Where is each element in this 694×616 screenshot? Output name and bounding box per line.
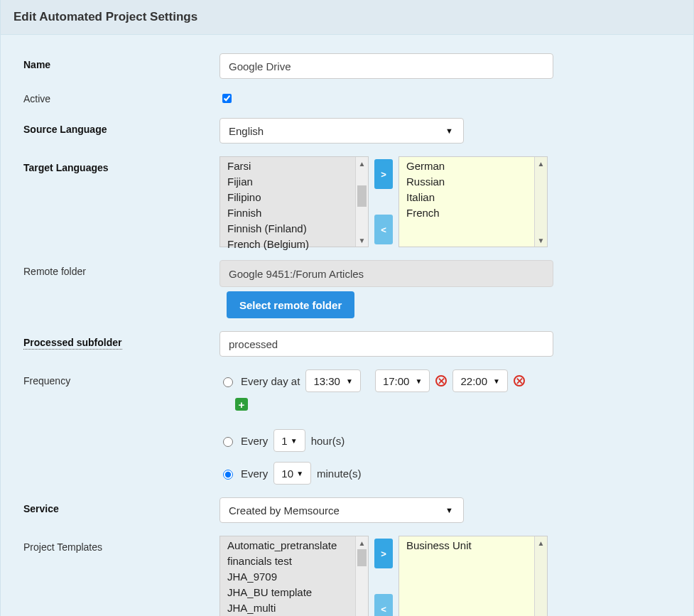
remove-time-icon[interactable]: ✕ (514, 375, 525, 387)
active-checkbox[interactable] (222, 94, 232, 103)
select-remote-folder-button[interactable]: Select remote folder (227, 291, 354, 318)
list-item[interactable]: French (399, 205, 547, 221)
list-item[interactable]: Automatic_pretranslate (220, 538, 368, 553)
project-templates-selected[interactable]: Business Unit ▲ ▼ (398, 536, 548, 616)
settings-panel: Edit Automated Project Settings Name Act… (0, 0, 694, 616)
source-language-value: English (229, 125, 264, 137)
chevron-down-icon: ▼ (296, 470, 303, 477)
row-processed-subfolder: Processed subfolder (23, 331, 681, 357)
label-name: Name (23, 53, 219, 70)
scroll-down-icon[interactable]: ▼ (356, 234, 368, 247)
chevron-down-icon: ▼ (493, 377, 500, 385)
form-body: Name Active Source Language English ▼ (1, 35, 693, 616)
list-item[interactable]: JHA_9709 (220, 569, 368, 585)
target-languages-available[interactable]: Farsi Fijian Filipino Finnish Finnish (F… (219, 156, 369, 247)
scrollbar[interactable]: ▲ ▼ (534, 536, 547, 616)
dual-list-buttons: > < (374, 536, 393, 616)
row-target-languages: Target Languages Farsi Fijian Filipino F… (23, 156, 681, 247)
scroll-down-icon[interactable]: ▼ (535, 234, 547, 247)
row-frequency: Frequency Every day at 13:30 ▼ 17:00 ▼ ✕ (23, 369, 681, 485)
list-item[interactable]: financials test (220, 553, 368, 569)
label-target-languages: Target Languages (23, 156, 219, 173)
project-templates-dual-list: Automatic_pretranslate financials test J… (219, 536, 548, 616)
frequency-daily-label: Every day at (241, 375, 300, 387)
name-input[interactable] (219, 53, 553, 79)
row-active: Active (23, 92, 681, 105)
list-item[interactable]: Business Unit (399, 538, 547, 553)
label-service: Service (23, 497, 219, 514)
dual-list-buttons: > < (374, 156, 393, 247)
hours-suffix: hour(s) (311, 435, 345, 447)
row-service: Service Created by Memsource ▼ (23, 497, 681, 523)
move-right-button[interactable]: > (374, 539, 393, 568)
list-item[interactable]: JHA_multi (220, 600, 368, 616)
row-source-language: Source Language English ▼ (23, 118, 681, 144)
label-frequency: Frequency (23, 369, 219, 387)
frequency-hours-radio[interactable] (223, 437, 233, 447)
chevron-down-icon: ▼ (445, 506, 453, 514)
service-select[interactable]: Created by Memsource ▼ (219, 497, 464, 523)
list-item[interactable]: German (399, 158, 547, 174)
scrollbar[interactable]: ▲ ▼ (355, 157, 368, 247)
chevron-down-icon: ▼ (445, 126, 453, 135)
time-select-2[interactable]: 17:00 ▼ (375, 369, 430, 392)
chevron-down-icon: ▼ (291, 437, 298, 445)
scrollbar[interactable]: ▲ ▼ (355, 536, 368, 616)
scrollbar[interactable]: ▲ ▼ (534, 157, 547, 247)
panel-title: Edit Automated Project Settings (1, 0, 693, 35)
remove-time-icon[interactable]: ✕ (435, 375, 447, 387)
scroll-up-icon[interactable]: ▲ (356, 536, 368, 549)
hours-value-select[interactable]: 1 ▼ (273, 429, 305, 452)
list-item[interactable]: Finnish (220, 205, 368, 221)
move-left-button[interactable]: < (374, 215, 393, 244)
minutes-value-select[interactable]: 10 ▼ (273, 462, 311, 485)
time-select-1[interactable]: 13:30 ▼ (305, 369, 361, 392)
remote-folder-field: Google 9451:/Forum Articles (219, 260, 553, 287)
frequency-minutes-row: Every 10 ▼ minute(s) (219, 462, 362, 485)
project-templates-available[interactable]: Automatic_pretranslate financials test J… (219, 536, 369, 616)
row-project-templates: Project Templates Automatic_pretranslate… (23, 536, 681, 616)
scroll-thumb[interactable] (357, 185, 367, 207)
list-item[interactable]: JHA_BU template (220, 585, 368, 600)
frequency-hours-row: Every 1 ▼ hour(s) (219, 429, 345, 452)
label-processed-subfolder: Processed subfolder (23, 331, 219, 348)
time-select-3[interactable]: 22:00 ▼ (452, 369, 508, 392)
frequency-minutes-label: Every (241, 468, 268, 480)
list-item[interactable]: Russian (399, 174, 547, 190)
processed-subfolder-input[interactable] (219, 331, 553, 357)
list-item[interactable]: Finnish (Finland) (220, 221, 368, 237)
source-language-select[interactable]: English ▼ (219, 118, 464, 144)
add-time-icon[interactable]: + (235, 398, 248, 411)
label-remote-folder: Remote folder (23, 260, 219, 277)
row-remote-folder: Remote folder Google 9451:/Forum Article… (23, 260, 681, 318)
scroll-down-icon[interactable]: ▼ (535, 613, 547, 616)
scroll-up-icon[interactable]: ▲ (535, 157, 547, 170)
service-value: Created by Memsource (229, 504, 340, 517)
target-languages-selected[interactable]: German Russian Italian French ▲ ▼ (398, 156, 548, 247)
label-source-language: Source Language (23, 118, 219, 135)
scroll-up-icon[interactable]: ▲ (356, 157, 368, 170)
list-item[interactable]: Italian (399, 190, 547, 205)
frequency-daily-row: Every day at 13:30 ▼ 17:00 ▼ ✕ 22:00 ▼ (219, 369, 525, 392)
label-active: Active (23, 92, 219, 104)
list-item[interactable]: Farsi (220, 158, 368, 174)
row-name: Name (23, 53, 681, 79)
frequency-minutes-radio[interactable] (223, 470, 233, 480)
list-item[interactable]: French (Belgium) (220, 237, 368, 252)
chevron-down-icon: ▼ (416, 377, 423, 385)
label-project-templates: Project Templates (23, 536, 219, 553)
list-item[interactable]: Filipino (220, 190, 368, 205)
scroll-up-icon[interactable]: ▲ (535, 536, 547, 549)
frequency-hours-label: Every (241, 435, 268, 447)
move-right-button[interactable]: > (374, 159, 393, 189)
scroll-thumb[interactable] (357, 549, 367, 566)
move-left-button[interactable]: < (374, 594, 393, 616)
frequency-daily-radio[interactable] (223, 377, 233, 387)
chevron-down-icon: ▼ (346, 377, 353, 385)
frequency-add-time-row: + (235, 398, 248, 411)
minutes-suffix: minute(s) (317, 468, 362, 480)
target-languages-dual-list: Farsi Fijian Filipino Finnish Finnish (F… (219, 156, 548, 247)
scroll-down-icon[interactable]: ▼ (356, 613, 368, 616)
list-item[interactable]: Fijian (220, 174, 368, 190)
